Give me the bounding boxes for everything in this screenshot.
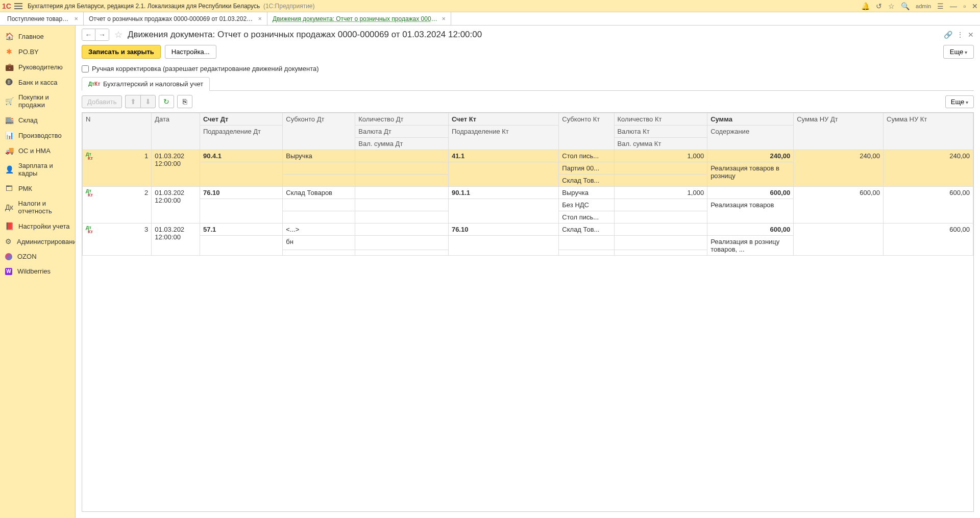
move-up-button: ⬆ xyxy=(125,95,140,108)
sidebar-item-warehouse[interactable]: 🏬Склад xyxy=(0,112,75,128)
bank-icon: 🅑 xyxy=(5,78,13,86)
sidebar-item-label: Настройки учета xyxy=(18,223,69,230)
page-header: ← → ☆ Движения документа: Отчет о рознич… xyxy=(76,26,980,43)
bell-icon[interactable]: 🔔 xyxy=(861,2,870,10)
nav-buttons: ← → xyxy=(82,29,109,41)
wb-icon: W xyxy=(5,268,12,275)
close-page-icon[interactable]: ✕ xyxy=(968,31,974,39)
toolbar: Записать и закрыть Настройка... Еще xyxy=(76,43,980,63)
col-sum[interactable]: Сумма xyxy=(707,113,794,126)
table-row[interactable]: ДтКт201.03.20212:00:0076.10Склад Товаров… xyxy=(83,187,973,199)
col-dept-kt[interactable]: Подразделение Кт xyxy=(448,126,558,150)
sidebar-item-label: Налоги и отчетность xyxy=(18,200,70,215)
home-icon: 🏠 xyxy=(5,32,13,40)
manual-correction-row: Ручная корректировка (разрешает редактир… xyxy=(76,63,980,77)
more-menu-icon[interactable]: ⋮ xyxy=(957,31,964,39)
export-button[interactable]: ⎘ xyxy=(177,95,192,108)
sidebar-item-tax[interactable]: ДкНалоги и отчетность xyxy=(0,196,75,218)
sidebar-item-cart[interactable]: 🛒Покупки и продажи xyxy=(0,90,75,112)
cart-icon: 🛒 xyxy=(5,97,13,105)
app-logo: 1C xyxy=(2,2,11,10)
inner-tab-accounting[interactable]: ДтКт Бухгалтерский и налоговый учет xyxy=(82,77,210,91)
dtkt-icon: ДтКт xyxy=(88,82,100,86)
col-qty-dt[interactable]: Количество Дт xyxy=(355,113,449,126)
sidebar-item-label: Зарплата и кадры xyxy=(18,162,70,177)
poby-icon: ✱ xyxy=(5,47,13,56)
settings-button[interactable]: Настройка... xyxy=(165,45,216,59)
save-close-button[interactable]: Записать и закрыть xyxy=(82,45,161,59)
user-label[interactable]: admin xyxy=(916,3,931,9)
maximize-icon[interactable]: ▫ xyxy=(963,2,966,10)
table-toolbar: Добавить ⬆ ⬇ ↻ ⎘ Еще xyxy=(76,91,980,112)
nav-back-button[interactable]: ← xyxy=(82,29,95,40)
col-qty-kt[interactable]: Количество Кт xyxy=(614,113,707,126)
col-content[interactable]: Содержание xyxy=(707,126,794,150)
tab-close-icon[interactable]: × xyxy=(258,15,262,22)
sidebar-item-wb[interactable]: WWildberries xyxy=(0,264,75,279)
more-button[interactable]: Еще xyxy=(943,45,974,59)
sidebar-item-label: PO.BY xyxy=(18,48,39,56)
sidebar-item-poby[interactable]: ✱PO.BY xyxy=(0,44,75,59)
sidebar-item-rmk[interactable]: 🗔РМК xyxy=(0,181,75,196)
sidebar-item-book[interactable]: 📕Настройки учета xyxy=(0,218,75,234)
col-valsum-dt[interactable]: Вал. сумма Дт xyxy=(355,138,449,150)
table-header: N Дата Счет Дт Субконто Дт Количество Дт… xyxy=(83,113,973,150)
star-icon[interactable]: ☆ xyxy=(888,2,895,10)
menu-icon[interactable] xyxy=(14,3,22,9)
book-icon: 📕 xyxy=(5,222,13,230)
close-window-icon[interactable]: ✕ xyxy=(972,2,978,10)
rmk-icon: 🗔 xyxy=(5,184,13,192)
sidebar-item-factory[interactable]: 📊Производство xyxy=(0,128,75,143)
inner-tabs: ДтКт Бухгалтерский и налоговый учет xyxy=(76,77,980,90)
sidebar-item-label: Главное xyxy=(18,33,44,40)
window-title: Бухгалтерия для Беларуси, редакция 2.1. … xyxy=(28,3,315,10)
content: ← → ☆ Движения документа: Отчет о рознич… xyxy=(76,26,980,518)
col-date[interactable]: Дата xyxy=(152,113,200,150)
sidebar-item-truck[interactable]: 🚚ОС и НМА xyxy=(0,143,75,158)
col-cur-kt[interactable]: Валюта Кт xyxy=(614,126,707,138)
col-n[interactable]: N xyxy=(83,113,152,150)
table-row[interactable]: ДтКт101.03.20212:00:0090.4.1Выручка41.1С… xyxy=(83,150,973,162)
table-body: ДтКт101.03.20212:00:0090.4.1Выручка41.1С… xyxy=(83,150,973,256)
titlebar: 1C Бухгалтерия для Беларуси, редакция 2.… xyxy=(0,0,980,12)
minimize-icon[interactable]: — xyxy=(950,2,957,10)
col-dept-dt[interactable]: Подразделение Дт xyxy=(200,126,282,150)
settings-icon[interactable]: ☰ xyxy=(937,2,944,10)
sidebar-item-label: Руководителю xyxy=(18,63,63,71)
manual-correction-checkbox[interactable] xyxy=(82,65,89,72)
tab-close-icon[interactable]: × xyxy=(442,15,446,22)
refresh-button[interactable]: ↻ xyxy=(159,95,174,108)
tab-0[interactable]: Поступление товаров и услуг× xyxy=(2,12,84,25)
gear-icon: ⚙ xyxy=(5,237,12,245)
favorite-star-icon[interactable]: ☆ xyxy=(114,29,122,40)
col-acc-dt[interactable]: Счет Дт xyxy=(200,113,282,126)
col-acc-kt[interactable]: Счет Кт xyxy=(448,113,558,126)
sidebar-item-bank[interactable]: 🅑Банк и касса xyxy=(0,75,75,90)
sidebar-item-label: ОС и НМА xyxy=(18,147,51,155)
sidebar-item-home[interactable]: 🏠Главное xyxy=(0,29,75,44)
table-row[interactable]: ДтКт301.03.20212:00:0057.1<...>76.10Скла… xyxy=(83,224,973,236)
briefcase-icon: 💼 xyxy=(5,63,13,71)
page-title: Движения документа: Отчет о розничных пр… xyxy=(128,30,482,40)
tab-2[interactable]: Движения документа: Отчет о розничных пр… xyxy=(267,12,451,25)
sidebar-item-briefcase[interactable]: 💼Руководителю xyxy=(0,59,75,75)
table-more-button[interactable]: Еще xyxy=(945,95,974,108)
col-valsum-kt[interactable]: Вал. сумма Кт xyxy=(614,138,707,150)
nav-forward-button[interactable]: → xyxy=(95,29,109,40)
history-icon[interactable]: ↺ xyxy=(876,2,882,10)
search-icon[interactable]: 🔍 xyxy=(901,2,910,10)
sidebar-item-ozon[interactable]: OZON xyxy=(0,249,75,264)
sidebar-item-gear[interactable]: ⚙Администрирование xyxy=(0,234,75,249)
col-cur-dt[interactable]: Валюта Дт xyxy=(355,126,449,138)
inner-tab-label: Бухгалтерский и налоговый учет xyxy=(103,80,203,88)
col-sub-dt[interactable]: Субконто Дт xyxy=(283,113,355,150)
col-sub-kt[interactable]: Субконто Кт xyxy=(559,113,614,150)
sidebar-item-person[interactable]: 👤Зарплата и кадры xyxy=(0,158,75,181)
tab-close-icon[interactable]: × xyxy=(74,15,78,22)
col-sum-nu-dt[interactable]: Сумма НУ Дт xyxy=(794,113,884,150)
sidebar-item-label: Администрирование xyxy=(17,238,76,245)
sidebar: 🏠Главное✱PO.BY💼Руководителю🅑Банк и касса… xyxy=(0,26,76,518)
col-sum-nu-kt[interactable]: Сумма НУ Кт xyxy=(884,113,973,150)
tab-1[interactable]: Отчет о розничных продажах 0000-000069 о… xyxy=(84,12,267,25)
link-icon[interactable]: 🔗 xyxy=(944,31,952,39)
